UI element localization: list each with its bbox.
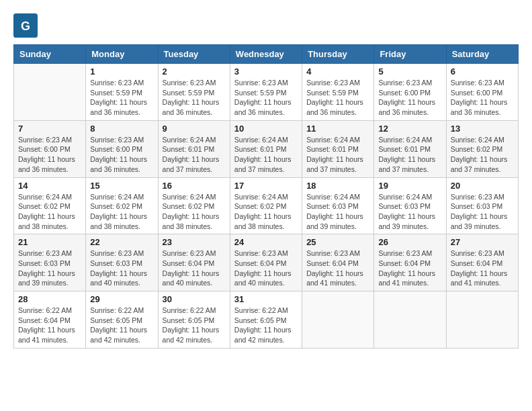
calendar-cell — [302, 291, 374, 349]
day-info: Sunrise: 6:23 AMSunset: 6:03 PMDaylight:… — [90, 248, 153, 288]
logo: G — [13, 13, 40, 38]
day-info: Sunrise: 6:24 AMSunset: 6:02 PMDaylight:… — [234, 192, 298, 232]
calendar-cell: 11Sunrise: 6:24 AMSunset: 6:01 PMDayligh… — [302, 120, 374, 177]
day-number: 13 — [451, 124, 514, 134]
day-info: Sunrise: 6:23 AMSunset: 5:59 PMDaylight:… — [163, 78, 226, 118]
calendar-cell — [14, 64, 86, 121]
header-tuesday: Tuesday — [158, 45, 230, 64]
week-row-3: 21Sunrise: 6:23 AMSunset: 6:03 PMDayligh… — [14, 234, 519, 291]
calendar-cell: 2Sunrise: 6:23 AMSunset: 5:59 PMDaylight… — [158, 64, 230, 121]
calendar-cell: 30Sunrise: 6:22 AMSunset: 6:05 PMDayligh… — [158, 291, 230, 349]
day-number: 19 — [378, 181, 441, 191]
header-monday: Monday — [86, 45, 158, 64]
day-number: 4 — [306, 66, 369, 77]
day-info: Sunrise: 6:23 AMSunset: 6:04 PMDaylight:… — [451, 248, 514, 288]
week-row-0: 1Sunrise: 6:23 AMSunset: 5:59 PMDaylight… — [14, 64, 519, 121]
day-number: 20 — [451, 181, 514, 191]
day-number: 9 — [163, 124, 226, 134]
calendar-cell: 15Sunrise: 6:24 AMSunset: 6:02 PMDayligh… — [86, 177, 158, 234]
day-number: 3 — [234, 66, 298, 77]
calendar-cell: 10Sunrise: 6:24 AMSunset: 6:01 PMDayligh… — [230, 120, 302, 177]
day-number: 2 — [163, 66, 226, 77]
day-info: Sunrise: 6:23 AMSunset: 6:00 PMDaylight:… — [451, 78, 514, 118]
day-info: Sunrise: 6:24 AMSunset: 6:01 PMDaylight:… — [378, 135, 441, 175]
week-row-4: 28Sunrise: 6:22 AMSunset: 6:04 PMDayligh… — [14, 291, 519, 349]
calendar-cell — [446, 291, 518, 349]
day-info: Sunrise: 6:23 AMSunset: 5:59 PMDaylight:… — [90, 78, 153, 118]
day-number: 15 — [90, 181, 153, 191]
day-number: 12 — [378, 124, 441, 134]
calendar-cell: 20Sunrise: 6:23 AMSunset: 6:03 PMDayligh… — [446, 177, 518, 234]
calendar-cell: 18Sunrise: 6:24 AMSunset: 6:03 PMDayligh… — [302, 177, 374, 234]
calendar-cell: 27Sunrise: 6:23 AMSunset: 6:04 PMDayligh… — [446, 234, 518, 291]
calendar-cell: 31Sunrise: 6:22 AMSunset: 6:05 PMDayligh… — [230, 291, 302, 349]
calendar-cell: 14Sunrise: 6:24 AMSunset: 6:02 PMDayligh… — [14, 177, 86, 234]
calendar-cell: 29Sunrise: 6:22 AMSunset: 6:05 PMDayligh… — [86, 291, 158, 349]
day-info: Sunrise: 6:23 AMSunset: 6:04 PMDaylight:… — [163, 248, 226, 288]
day-number: 28 — [18, 294, 81, 304]
calendar-cell: 17Sunrise: 6:24 AMSunset: 6:02 PMDayligh… — [230, 177, 302, 234]
week-row-1: 7Sunrise: 6:23 AMSunset: 6:00 PMDaylight… — [14, 120, 519, 177]
calendar-cell: 13Sunrise: 6:24 AMSunset: 6:02 PMDayligh… — [446, 120, 518, 177]
calendar-cell: 1Sunrise: 6:23 AMSunset: 5:59 PMDaylight… — [86, 64, 158, 121]
day-info: Sunrise: 6:24 AMSunset: 6:02 PMDaylight:… — [451, 135, 514, 175]
header-thursday: Thursday — [302, 45, 374, 64]
day-info: Sunrise: 6:24 AMSunset: 6:02 PMDaylight:… — [18, 192, 81, 232]
calendar-cell: 3Sunrise: 6:23 AMSunset: 5:59 PMDaylight… — [230, 64, 302, 121]
day-info: Sunrise: 6:24 AMSunset: 6:03 PMDaylight:… — [378, 192, 441, 232]
day-info: Sunrise: 6:23 AMSunset: 6:04 PMDaylight:… — [306, 248, 369, 288]
header: G — [13, 13, 519, 38]
calendar-cell: 9Sunrise: 6:24 AMSunset: 6:01 PMDaylight… — [158, 120, 230, 177]
day-info: Sunrise: 6:22 AMSunset: 6:05 PMDaylight:… — [234, 306, 298, 345]
calendar-cell: 25Sunrise: 6:23 AMSunset: 6:04 PMDayligh… — [302, 234, 374, 291]
day-info: Sunrise: 6:23 AMSunset: 6:00 PMDaylight:… — [378, 78, 441, 118]
day-info: Sunrise: 6:24 AMSunset: 6:02 PMDaylight:… — [90, 192, 153, 232]
day-number: 8 — [90, 124, 153, 134]
day-info: Sunrise: 6:24 AMSunset: 6:03 PMDaylight:… — [306, 192, 369, 232]
day-number: 30 — [163, 294, 226, 304]
day-number: 16 — [163, 181, 226, 191]
day-number: 31 — [234, 294, 298, 304]
day-number: 10 — [234, 124, 298, 134]
calendar-cell: 5Sunrise: 6:23 AMSunset: 6:00 PMDaylight… — [374, 64, 446, 121]
header-saturday: Saturday — [446, 45, 518, 64]
header-sunday: Sunday — [14, 45, 86, 64]
day-number: 26 — [378, 237, 441, 247]
header-wednesday: Wednesday — [230, 45, 302, 64]
day-number: 5 — [378, 66, 441, 77]
calendar-cell: 8Sunrise: 6:23 AMSunset: 6:00 PMDaylight… — [86, 120, 158, 177]
day-info: Sunrise: 6:23 AMSunset: 6:03 PMDaylight:… — [18, 248, 81, 288]
day-info: Sunrise: 6:22 AMSunset: 6:05 PMDaylight:… — [163, 306, 226, 345]
day-number: 23 — [163, 237, 226, 247]
day-info: Sunrise: 6:23 AMSunset: 5:59 PMDaylight:… — [234, 78, 298, 118]
calendar-cell: 16Sunrise: 6:24 AMSunset: 6:02 PMDayligh… — [158, 177, 230, 234]
calendar-cell: 12Sunrise: 6:24 AMSunset: 6:01 PMDayligh… — [374, 120, 446, 177]
calendar-header-row: SundayMondayTuesdayWednesdayThursdayFrid… — [14, 45, 519, 64]
day-info: Sunrise: 6:23 AMSunset: 5:59 PMDaylight:… — [306, 78, 369, 118]
calendar-cell: 7Sunrise: 6:23 AMSunset: 6:00 PMDaylight… — [14, 120, 86, 177]
calendar-cell: 22Sunrise: 6:23 AMSunset: 6:03 PMDayligh… — [86, 234, 158, 291]
header-friday: Friday — [374, 45, 446, 64]
day-info: Sunrise: 6:24 AMSunset: 6:01 PMDaylight:… — [306, 135, 369, 175]
day-info: Sunrise: 6:23 AMSunset: 6:04 PMDaylight:… — [378, 248, 441, 288]
calendar-cell: 26Sunrise: 6:23 AMSunset: 6:04 PMDayligh… — [374, 234, 446, 291]
day-number: 11 — [306, 124, 369, 134]
logo-icon: G — [13, 13, 38, 38]
day-number: 1 — [90, 66, 153, 77]
day-info: Sunrise: 6:24 AMSunset: 6:01 PMDaylight:… — [234, 135, 298, 175]
day-number: 29 — [90, 294, 153, 304]
calendar-cell: 28Sunrise: 6:22 AMSunset: 6:04 PMDayligh… — [14, 291, 86, 349]
calendar-cell: 6Sunrise: 6:23 AMSunset: 6:00 PMDaylight… — [446, 64, 518, 121]
day-info: Sunrise: 6:23 AMSunset: 6:00 PMDaylight:… — [90, 135, 153, 175]
day-number: 18 — [306, 181, 369, 191]
svg-text:G: G — [21, 19, 30, 33]
day-number: 14 — [18, 181, 81, 191]
calendar-cell: 21Sunrise: 6:23 AMSunset: 6:03 PMDayligh… — [14, 234, 86, 291]
day-number: 21 — [18, 237, 81, 247]
day-number: 25 — [306, 237, 369, 247]
calendar-cell: 19Sunrise: 6:24 AMSunset: 6:03 PMDayligh… — [374, 177, 446, 234]
day-number: 24 — [234, 237, 298, 247]
calendar-cell: 24Sunrise: 6:23 AMSunset: 6:04 PMDayligh… — [230, 234, 302, 291]
day-number: 6 — [451, 66, 514, 77]
day-number: 17 — [234, 181, 298, 191]
